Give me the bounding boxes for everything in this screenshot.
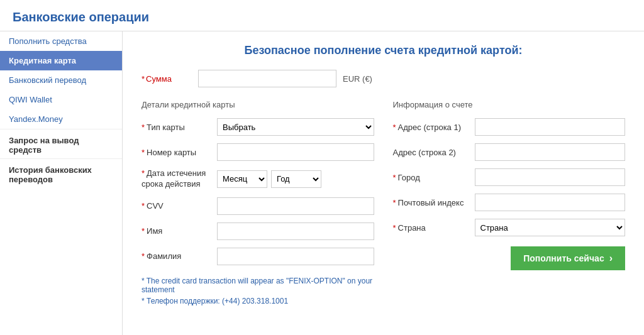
amount-row: *Сумма EUR (€) — [142, 70, 625, 87]
expiry-label: *Дата истечениясрока действия — [142, 168, 217, 190]
postal-row: *Почтовый индекс — [393, 194, 626, 211]
left-section-title: Детали кредитной карты — [142, 100, 374, 109]
country-select[interactable]: Страна — [475, 219, 626, 236]
sidebar-item-credit-card[interactable]: Кредитная карта — [0, 51, 122, 70]
sidebar-section-withdrawal[interactable]: Запрос на вывод средств — [0, 129, 122, 158]
footnote1: * The credit card transaction will appea… — [142, 277, 374, 294]
cvv-star: * — [142, 201, 145, 211]
submit-row: Пополнить сейчас › — [393, 246, 626, 270]
sidebar: Пополнить средства Кредитная карта Банко… — [0, 31, 123, 335]
address2-label: Адрес (строка 2) — [393, 148, 475, 157]
last-name-input[interactable] — [217, 248, 374, 265]
sidebar-item-qiwi[interactable]: QIWI Wallet — [0, 90, 122, 109]
cvv-label: *CVV — [142, 201, 217, 211]
right-section-title: Информация о счете — [393, 100, 626, 109]
submit-label: Пополнить сейчас — [523, 253, 604, 263]
submit-button[interactable]: Пополнить сейчас › — [511, 246, 625, 270]
form-title: Безопасное пополнение счета кредитной ка… — [142, 44, 625, 57]
city-input[interactable] — [475, 168, 626, 186]
amount-currency: EUR (€) — [343, 74, 372, 84]
city-row: *Город — [393, 168, 626, 186]
last-name-star: * — [142, 251, 145, 261]
footnote2: * Телефон поддержки: (+44) 203.318.1001 — [142, 297, 374, 305]
address1-input[interactable] — [475, 118, 626, 136]
first-name-row: *Имя — [142, 222, 374, 240]
col-right: Информация о счете *Адрес (строка 1) Адр… — [393, 100, 626, 308]
address1-label: *Адрес (строка 1) — [393, 123, 475, 132]
country-star: * — [393, 223, 396, 233]
cvv-row: *CVV — [142, 197, 374, 215]
sidebar-item-deposit[interactable]: Пополнить средства — [0, 31, 122, 51]
card-number-row: *Номер карты — [142, 143, 374, 161]
first-name-input[interactable] — [217, 222, 374, 240]
last-name-row: *Фамилия — [142, 248, 374, 265]
address2-row: Адрес (строка 2) — [393, 143, 626, 161]
last-name-label: *Фамилия — [142, 251, 217, 261]
card-type-row: *Тип карты Выбрать Visa MasterCard — [142, 118, 374, 136]
postal-star: * — [393, 198, 396, 207]
address1-row: *Адрес (строка 1) — [393, 118, 626, 136]
amount-label: *Сумма — [142, 74, 192, 84]
first-name-label: *Имя — [142, 226, 217, 236]
address2-input[interactable] — [475, 143, 626, 161]
page-header: Банковские операции — [0, 0, 644, 31]
content-area: Пополнить средства Кредитная карта Банко… — [0, 31, 644, 335]
page-wrapper: Банковские операции Пополнить средства К… — [0, 0, 644, 335]
main-content: Безопасное пополнение счета кредитной ка… — [123, 31, 644, 335]
year-select[interactable]: Год 202420252026 202720282029 — [271, 170, 321, 188]
page-title: Банковские операции — [13, 10, 631, 25]
country-row: *Страна Страна — [393, 219, 626, 236]
postal-label: *Почтовый индекс — [393, 198, 475, 207]
card-type-select[interactable]: Выбрать Visa MasterCard — [217, 118, 374, 136]
amount-required-star: * — [142, 74, 145, 84]
sidebar-item-yandex[interactable]: Yandex.Money — [0, 109, 122, 129]
postal-input[interactable] — [475, 194, 626, 211]
sidebar-section-history[interactable]: История банковских переводов — [0, 158, 122, 188]
card-number-star: * — [142, 148, 145, 157]
amount-input[interactable] — [198, 70, 336, 87]
city-label: *Город — [393, 173, 475, 182]
address1-star: * — [393, 123, 396, 132]
col-left: Детали кредитной карты *Тип карты Выбрат… — [142, 100, 374, 308]
card-number-input[interactable] — [217, 143, 374, 161]
sidebar-item-bank-transfer[interactable]: Банковский перевод — [0, 70, 122, 90]
card-number-label: *Номер карты — [142, 148, 217, 157]
country-label: *Страна — [393, 223, 475, 233]
arrow-icon: › — [609, 253, 613, 264]
date-selects: Месяц 010203 040506 070809 101112 Год 20… — [217, 170, 374, 188]
card-type-star: * — [142, 123, 145, 132]
cvv-input[interactable] — [217, 197, 374, 215]
card-type-label: *Тип карты — [142, 123, 217, 132]
first-name-star: * — [142, 226, 145, 236]
expiry-row: *Дата истечениясрока действия Месяц 0102… — [142, 168, 374, 190]
two-col: Детали кредитной карты *Тип карты Выбрат… — [142, 100, 625, 308]
city-star: * — [393, 173, 396, 182]
expiry-star: * — [142, 168, 145, 178]
month-select[interactable]: Месяц 010203 040506 070809 101112 — [217, 170, 267, 188]
footnotes: * The credit card transaction will appea… — [142, 277, 374, 305]
